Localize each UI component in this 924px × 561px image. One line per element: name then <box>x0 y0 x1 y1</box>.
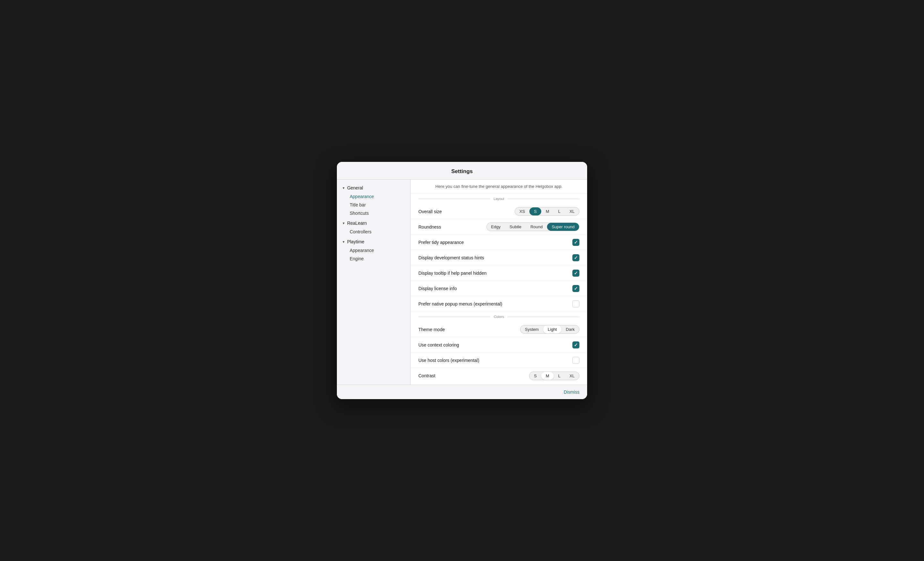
roundness-control: Edgy Subtle Round Super round <box>486 223 579 231</box>
host-colors-row: Use host colors (experimental) <box>411 353 587 368</box>
main-content: Here you can fine-tune the general appea… <box>411 180 587 385</box>
display-license-checkbox[interactable] <box>572 285 579 292</box>
prefer-native-popup-checkbox[interactable] <box>572 301 579 307</box>
sidebar-item-engine-label: Engine <box>350 256 364 261</box>
prefer-native-popup-row: Prefer native popup menus (experimental) <box>411 296 587 311</box>
settings-modal: Settings ▼ General Appearance Title bar … <box>337 162 587 399</box>
context-coloring-row: Use context coloring <box>411 337 587 353</box>
prefer-tidy-label: Prefer tidy appearance <box>418 240 464 245</box>
colors-section-divider: Colors <box>411 311 587 322</box>
sidebar-item-appearance[interactable]: Appearance <box>337 192 410 200</box>
contrast-control: S M L XL <box>529 371 579 380</box>
contrast-btn-group: S M L XL <box>529 371 579 380</box>
divider-line-right <box>507 199 579 199</box>
contrast-s[interactable]: S <box>530 372 541 380</box>
sidebar-item-title-bar-label: Title bar <box>350 202 366 207</box>
roundness-btn-group: Edgy Subtle Round Super round <box>486 223 579 231</box>
contrast-label: Contrast <box>418 373 435 378</box>
overall-size-row: Overall size XS S M L XL <box>411 204 587 219</box>
layout-section-label: Layout <box>494 197 504 200</box>
sidebar-item-shortcuts-label: Shortcuts <box>350 211 369 216</box>
sidebar: ▼ General Appearance Title bar Shortcuts… <box>337 180 411 385</box>
sidebar-item-shortcuts[interactable]: Shortcuts <box>337 209 410 217</box>
overall-size-s[interactable]: S <box>530 207 541 215</box>
colors-section-label: Colors <box>494 315 504 319</box>
divider-line-left <box>418 199 490 199</box>
modal-body: ▼ General Appearance Title bar Shortcuts… <box>337 180 587 385</box>
overall-size-label: Overall size <box>418 209 442 214</box>
context-coloring-checkbox[interactable] <box>572 341 579 349</box>
sidebar-group-general: ▼ General Appearance Title bar Shortcuts <box>337 183 410 217</box>
roundness-super-round[interactable]: Super round <box>547 223 579 231</box>
roundness-edgy[interactable]: Edgy <box>487 223 506 231</box>
prefer-tidy-row: Prefer tidy appearance <box>411 235 587 250</box>
sidebar-item-appearance-label: Appearance <box>350 194 374 199</box>
host-colors-checkbox[interactable] <box>572 357 579 364</box>
display-license-label: Display license info <box>418 286 457 291</box>
contrast-m[interactable]: M <box>541 372 554 380</box>
overall-size-l[interactable]: L <box>554 207 565 215</box>
sidebar-group-playtime: ▼ Playtime Appearance Engine <box>337 237 410 263</box>
theme-mode-light[interactable]: Light <box>543 325 561 334</box>
display-license-row: Display license info <box>411 281 587 296</box>
modal-title: Settings <box>337 162 587 180</box>
contrast-xl[interactable]: XL <box>565 372 579 380</box>
display-dev-status-checkbox[interactable] <box>572 254 579 261</box>
context-coloring-label: Use context coloring <box>418 343 459 347</box>
contrast-l[interactable]: L <box>554 372 565 380</box>
display-dev-status-row: Display development status hints <box>411 250 587 265</box>
overall-size-m[interactable]: M <box>541 207 554 215</box>
display-tooltip-label: Display tooltip if help panel hidden <box>418 271 486 276</box>
display-tooltip-row: Display tooltip if help panel hidden <box>411 265 587 281</box>
sidebar-item-controllers[interactable]: Controllers <box>337 227 410 236</box>
layout-section-divider: Layout <box>411 194 587 204</box>
sidebar-group-reallearn: ▼ ReaLearn Controllers <box>337 218 410 236</box>
display-dev-status-label: Display development status hints <box>418 255 484 260</box>
sidebar-item-title-bar[interactable]: Title bar <box>337 200 410 209</box>
theme-mode-system[interactable]: System <box>520 325 543 334</box>
theme-mode-dark[interactable]: Dark <box>561 325 579 334</box>
overall-size-xl[interactable]: XL <box>565 207 579 215</box>
chevron-down-icon: ▼ <box>342 240 345 244</box>
sidebar-item-engine[interactable]: Engine <box>337 254 410 263</box>
chevron-down-icon: ▼ <box>342 221 345 225</box>
roundness-round[interactable]: Round <box>526 223 547 231</box>
sidebar-group-playtime-label: Playtime <box>347 239 364 244</box>
colors-divider-line-right <box>507 317 579 317</box>
sidebar-group-reallearn-label: ReaLearn <box>347 221 367 226</box>
modal-footer: Dismiss <box>337 385 587 399</box>
sidebar-item-controllers-label: Controllers <box>350 229 372 234</box>
roundness-label: Roundness <box>418 224 441 229</box>
dismiss-button[interactable]: Dismiss <box>564 389 579 395</box>
main-description: Here you can fine-tune the general appea… <box>411 180 587 194</box>
prefer-native-popup-label: Prefer native popup menus (experimental) <box>418 301 502 307</box>
sidebar-item-playtime-appearance-label: Appearance <box>350 248 374 253</box>
host-colors-label: Use host colors (experimental) <box>418 358 479 363</box>
overall-size-btn-group: XS S M L XL <box>514 207 579 216</box>
overall-size-control: XS S M L XL <box>514 207 579 216</box>
roundness-row: Roundness Edgy Subtle Round Super round <box>411 219 587 235</box>
colors-divider-line-left <box>418 317 490 317</box>
overall-size-xs[interactable]: XS <box>515 207 530 215</box>
chevron-down-icon: ▼ <box>342 186 345 190</box>
theme-mode-btn-group: System Light Dark <box>520 325 579 334</box>
sidebar-group-playtime-header[interactable]: ▼ Playtime <box>337 237 410 246</box>
sidebar-group-reallearn-header[interactable]: ▼ ReaLearn <box>337 218 410 227</box>
theme-mode-row: Theme mode System Light Dark <box>411 322 587 337</box>
display-tooltip-checkbox[interactable] <box>572 269 579 277</box>
sidebar-item-playtime-appearance[interactable]: Appearance <box>337 246 410 254</box>
sidebar-group-general-label: General <box>347 185 363 190</box>
theme-mode-control: System Light Dark <box>520 325 579 334</box>
theme-mode-label: Theme mode <box>418 327 445 332</box>
sidebar-group-general-header[interactable]: ▼ General <box>337 183 410 192</box>
prefer-tidy-checkbox[interactable] <box>572 239 579 246</box>
contrast-row: Contrast S M L XL <box>411 368 587 383</box>
roundness-subtle[interactable]: Subtle <box>505 223 526 231</box>
